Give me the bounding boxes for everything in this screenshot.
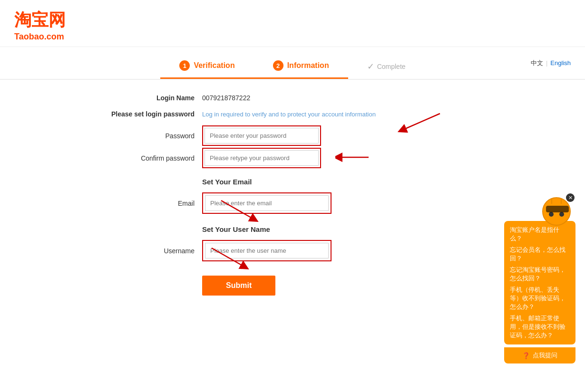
svg-line-3 [212, 248, 245, 267]
step-3: ✓ Complete [348, 57, 425, 78]
submit-row: Submit [107, 276, 478, 296]
language-switcher: 中文 | English [531, 59, 571, 67]
confirm-input[interactable] [205, 150, 319, 166]
bee-face [542, 197, 571, 226]
password-section: Password [107, 125, 478, 168]
email-heading-row: Set Your Email [107, 178, 478, 186]
chatbot-item-2[interactable]: 忘记会员名，怎么找回？ [510, 246, 570, 263]
logo-en: Taobao.com [14, 32, 571, 42]
submit-button[interactable]: Submit [202, 276, 275, 296]
bee-eye-left [549, 212, 554, 217]
arrow-confirm [335, 150, 373, 166]
password-input-wrapper [202, 125, 321, 146]
bee-sunglasses [546, 206, 569, 212]
chatbot-close-button[interactable]: ✕ [566, 193, 575, 202]
login-name-row: Login Name 0079218787222 [107, 94, 478, 102]
arrow-username-svg [207, 246, 254, 269]
login-name-label: Login Name [107, 94, 202, 102]
confirm-label: Confirm password [107, 154, 202, 162]
step-1-label: Verification [194, 61, 234, 70]
email-heading: Set Your Email [202, 178, 252, 186]
email-label: Email [107, 200, 202, 207]
bee-antenna-left [551, 198, 552, 204]
username-heading: Set Your User Name [202, 225, 270, 233]
bee-container: ✕ [542, 197, 571, 226]
lang-en[interactable]: English [550, 59, 571, 67]
logo-cn: 淘宝网 [14, 9, 571, 32]
chatbot-widget: ✕ 淘宝账户名是指什么？ 忘记会员名，怎么找回？ 忘记淘宝账号密码，怎么找回？ … [504, 197, 575, 310]
lang-divider: | [546, 59, 547, 67]
arrow-username [207, 246, 254, 271]
password-input[interactable] [205, 128, 319, 143]
svg-line-0 [402, 114, 440, 130]
arrow-confirm-svg [335, 150, 373, 164]
username-heading-row: Set Your User Name [107, 225, 478, 233]
chatbot-item-4[interactable]: 手机（停机、丢失等）收不到验证码，怎么办？ [510, 286, 570, 310]
step-1-badge: 1 [179, 60, 190, 71]
email-row: Email [107, 192, 478, 214]
chatbot-mascot: ✕ [504, 197, 571, 226]
step-2-label: Information [287, 61, 329, 70]
confirm-row: Confirm password [107, 148, 478, 168]
arrow-email [216, 198, 264, 223]
arrow-email-svg [216, 198, 264, 222]
username-row: Username [107, 240, 478, 261]
content-wrapper: Login Name 0079218787222 Please set logi… [0, 80, 585, 310]
chatbot-item-3[interactable]: 忘记淘宝账号密码，怎么找回？ [510, 266, 570, 283]
header: 淘宝网 Taobao.com [0, 0, 585, 47]
form-area: Login Name 0079218787222 Please set logi… [107, 80, 478, 310]
check-icon: ✓ [367, 61, 374, 72]
step-2[interactable]: 2 Information [254, 56, 348, 79]
set-password-hint: Log in required to verify and to protect… [202, 111, 376, 118]
arrow-top-svg [392, 111, 449, 135]
bee-antenna-right [561, 198, 562, 204]
step-1[interactable]: 1 Verification [160, 56, 254, 79]
chatbot-bubble: 淘宝账户名是指什么？ 忘记会员名，怎么找回？ 忘记淘宝账号密码，怎么找回？ 手机… [504, 221, 575, 310]
step-3-label: Complete [377, 63, 406, 70]
lang-cn[interactable]: 中文 [531, 59, 543, 67]
username-label: Username [107, 247, 202, 255]
password-label: Password [107, 132, 202, 140]
set-password-label: Please set login password [107, 110, 202, 118]
chatbot-item-1[interactable]: 淘宝账户名是指什么？ [510, 226, 570, 243]
svg-line-2 [221, 201, 254, 220]
password-row: Password [107, 125, 478, 146]
steps-nav: 1 Verification 2 Information ✓ Complete … [0, 47, 585, 80]
confirm-input-wrapper [202, 148, 321, 168]
step-2-badge: 2 [273, 60, 283, 71]
bee-eye-right [559, 212, 564, 217]
arrow-top [392, 111, 449, 137]
login-name-value: 0079218787222 [202, 94, 250, 102]
